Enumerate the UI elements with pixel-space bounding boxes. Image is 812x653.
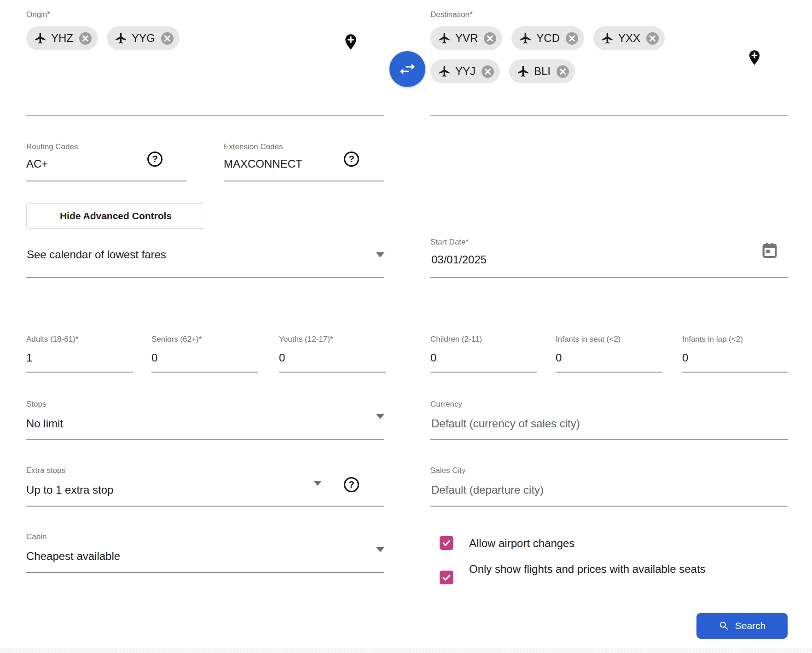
search-button-label: Search [735, 620, 766, 631]
extension-codes-input[interactable]: MAXCONNECT [224, 157, 302, 171]
currency-input[interactable]: Default (currency of sales city) [431, 416, 580, 431]
destination-underline [430, 115, 788, 116]
youths-input[interactable]: 0 [279, 350, 386, 365]
calendar-select-underline [26, 277, 384, 278]
adults-input[interactable]: 1 [26, 350, 133, 365]
hide-advanced-controls-button[interactable]: Hide Advanced Controls [26, 203, 205, 229]
origin-chips: YHZ YYG [26, 26, 344, 50]
infants-seat-input[interactable]: 0 [556, 350, 662, 365]
help-circle-icon[interactable]: ? [147, 152, 162, 167]
swap-horizontal-icon [398, 59, 417, 79]
remove-chip-icon[interactable] [566, 32, 578, 45]
airport-code: BLI [534, 65, 551, 78]
sales-city-label: Sales City [430, 466, 466, 475]
flight-icon [115, 32, 128, 45]
youths-label: Youths (12-17)* [279, 335, 386, 344]
remove-chip-icon[interactable] [484, 32, 496, 45]
remove-chip-icon[interactable] [161, 32, 174, 45]
seniors-label: Seniors (62+)* [151, 335, 258, 344]
flight-icon [34, 32, 47, 45]
chevron-down-icon[interactable] [313, 481, 322, 486]
checkmark-icon [441, 538, 452, 548]
help-circle-icon[interactable]: ? [344, 152, 359, 167]
infants-lap-label: Infants in lap (<2) [682, 335, 788, 344]
routing-codes-label: Routing Codes [26, 142, 78, 152]
cabin-select[interactable]: Cheapest available [26, 549, 120, 564]
flight-icon [438, 32, 451, 45]
origin-label: Origin* [26, 10, 50, 19]
currency-underline [430, 439, 788, 440]
destination-chips: YVR YCD YXX YYJ BLI [430, 26, 730, 83]
available-seats-checkbox[interactable] [440, 571, 453, 584]
stops-underline [26, 439, 384, 440]
calendar-of-lowest-fares-select[interactable]: See calendar of lowest fares [27, 247, 166, 262]
remove-chip-icon[interactable] [557, 65, 569, 78]
flight-search-form: Origin* YHZ YYG Destination* YVR YCD [0, 0, 812, 653]
destination-label: Destination* [430, 10, 473, 19]
cabin-label: Cabin [26, 532, 46, 542]
adults-field[interactable]: Adults (18-61)* 1 [26, 335, 133, 373]
airport-code: YYG [132, 32, 155, 45]
children-label: Children (2-11) [430, 335, 537, 344]
infants-lap-input[interactable]: 0 [682, 350, 788, 365]
help-circle-icon[interactable]: ? [344, 477, 359, 492]
swap-origin-destination-button[interactable] [389, 51, 425, 87]
stops-select[interactable]: No limit [26, 416, 63, 431]
search-button[interactable]: Search [696, 613, 788, 639]
page-bottom-edge [0, 648, 812, 653]
add-location-pin-icon[interactable] [746, 45, 763, 70]
add-location-pin-icon[interactable] [342, 29, 360, 55]
magnifier-icon [719, 620, 730, 631]
remove-chip-icon[interactable] [646, 32, 659, 45]
remove-chip-icon[interactable] [79, 32, 92, 45]
currency-label: Currency [430, 400, 462, 409]
origin-chip[interactable]: YHZ [26, 26, 98, 50]
checkmark-icon [441, 572, 452, 583]
origin-underline [26, 115, 384, 116]
extension-codes-underline [224, 181, 384, 181]
airport-code: YYJ [455, 65, 476, 78]
airport-code: YXX [618, 32, 640, 45]
chevron-down-icon[interactable] [376, 252, 384, 257]
youths-field[interactable]: Youths (12-17)* 0 [279, 335, 386, 373]
flight-icon [601, 32, 614, 45]
seniors-input[interactable]: 0 [151, 350, 258, 365]
flight-icon [438, 65, 451, 78]
sales-city-underline [430, 506, 788, 507]
flight-icon [519, 32, 532, 45]
start-date-input[interactable]: 03/01/2025 [431, 252, 487, 267]
routing-codes-underline [26, 181, 187, 181]
allow-airport-changes-label: Allow airport changes [469, 534, 574, 553]
destination-chip[interactable]: BLI [509, 59, 575, 83]
infants-seat-field[interactable]: Infants in seat (<2) 0 [556, 335, 662, 373]
children-input[interactable]: 0 [430, 350, 537, 365]
extra-stops-underline [26, 506, 384, 507]
airport-code: YCD [536, 32, 560, 45]
destination-chip[interactable]: YVR [430, 26, 502, 50]
routing-codes-input[interactable]: AC+ [26, 157, 48, 171]
adults-label: Adults (18-61)* [26, 335, 133, 344]
start-date-underline [430, 277, 788, 278]
airport-code: YVR [455, 32, 478, 45]
remove-chip-icon[interactable] [481, 65, 494, 78]
destination-chip[interactable]: YCD [511, 26, 584, 50]
allow-airport-changes-checkbox[interactable] [440, 536, 453, 550]
destination-chip[interactable]: YXX [593, 26, 665, 50]
origin-chip[interactable]: YYG [107, 26, 180, 50]
seniors-field[interactable]: Seniors (62+)* 0 [151, 335, 258, 373]
airport-code: YHZ [51, 32, 73, 45]
infants-lap-field[interactable]: Infants in lap (<2) 0 [682, 335, 788, 373]
children-field[interactable]: Children (2-11) 0 [430, 335, 537, 373]
extra-stops-select[interactable]: Up to 1 extra stop [26, 483, 113, 497]
destination-chip[interactable]: YYJ [430, 59, 500, 83]
chevron-down-icon[interactable] [376, 414, 384, 419]
stops-label: Stops [26, 400, 46, 409]
extra-stops-label: Extra stops [26, 466, 65, 475]
extension-codes-label: Extension Codes [224, 142, 283, 152]
allow-airport-changes-row: Allow airport changes [440, 534, 574, 553]
sales-city-input[interactable]: Default (departure city) [431, 483, 544, 497]
available-seats-row: Only show flights and prices with availa… [440, 560, 761, 584]
calendar-icon[interactable] [760, 241, 779, 260]
flight-icon [517, 65, 530, 78]
chevron-down-icon[interactable] [376, 547, 384, 552]
